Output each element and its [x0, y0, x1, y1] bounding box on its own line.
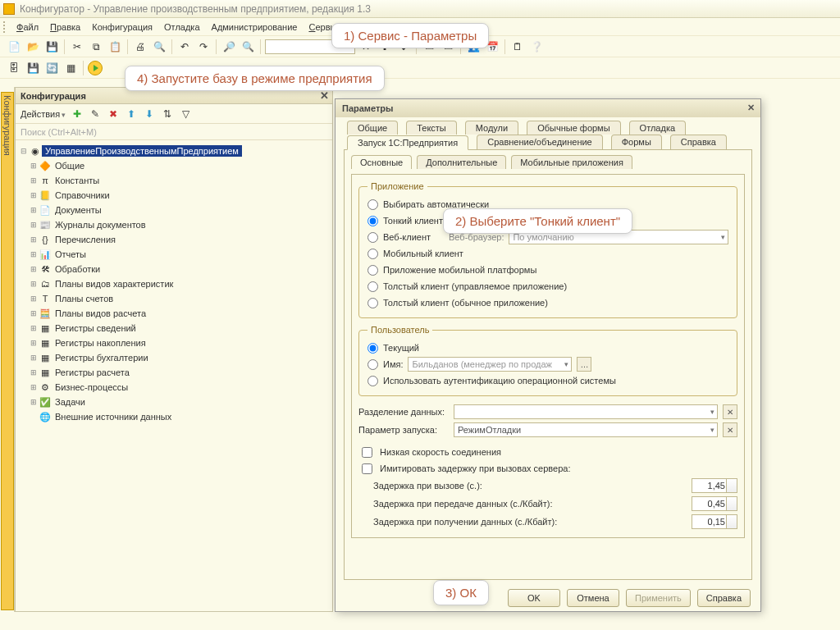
- delay-recv-input[interactable]: 0,15: [692, 514, 737, 529]
- tree-item[interactable]: 🌐Внешние источники данных: [17, 409, 331, 424]
- expand-icon[interactable]: ⊞: [29, 162, 39, 170]
- expand-icon[interactable]: ⊞: [29, 221, 39, 229]
- username-select[interactable]: Бильданов (менеджер по продаж: [408, 357, 572, 372]
- tree-item[interactable]: ⊞📄Документы: [17, 203, 331, 217]
- expand-icon[interactable]: ⊞: [29, 354, 39, 362]
- tree-item[interactable]: ⊞⚙Бизнес-процессы: [17, 380, 331, 395]
- dialog-close-icon[interactable]: ✕: [744, 101, 757, 114]
- menu-debug[interactable]: Отладка: [159, 21, 204, 34]
- expand-icon[interactable]: ⊞: [29, 191, 39, 199]
- tree-item[interactable]: ⊞🔶Общие: [17, 158, 331, 173]
- menu-file[interactable]: Файл: [11, 21, 43, 34]
- expand-icon[interactable]: ⊞: [29, 398, 39, 406]
- radio-thin[interactable]: [368, 216, 378, 226]
- copy-icon[interactable]: ⧉: [88, 39, 104, 55]
- expand-icon[interactable]: ⊞: [29, 176, 39, 185]
- start-param-clear-icon[interactable]: ✕: [723, 422, 737, 437]
- tree-item[interactable]: ⊞📒Справочники: [17, 188, 331, 203]
- calc-icon[interactable]: 🗒: [509, 39, 526, 55]
- sort-icon[interactable]: ⇅: [159, 106, 176, 122]
- expand-icon[interactable]: ⊞: [29, 206, 39, 214]
- cancel-button[interactable]: Отмена: [567, 589, 619, 607]
- radio-username[interactable]: [368, 359, 378, 370]
- tree-item[interactable]: ⊞{}Перечисления: [17, 232, 331, 247]
- expand-icon[interactable]: ⊞: [29, 265, 39, 273]
- db-compare-icon[interactable]: ▦: [62, 60, 79, 76]
- expand-icon[interactable]: ⊞: [29, 324, 39, 332]
- tab-compare[interactable]: Сравнение/объединение: [477, 135, 603, 149]
- expand-icon[interactable]: ⊟: [19, 147, 29, 155]
- delay-call-input[interactable]: 1,45: [692, 478, 737, 493]
- tab-debug[interactable]: Отладка: [629, 121, 686, 135]
- radio-current-user[interactable]: [368, 343, 378, 354]
- up-icon[interactable]: ⬆: [123, 106, 139, 122]
- chk-slow-connection[interactable]: [362, 447, 372, 458]
- radio-mobile[interactable]: [368, 249, 378, 259]
- menu-config[interactable]: Конфигурация: [87, 21, 158, 34]
- start-param-input[interactable]: РежимОтладки: [454, 422, 718, 437]
- tab-forms[interactable]: Формы: [611, 135, 662, 149]
- tree-item[interactable]: ⊞▦Регистры бухгалтерии: [17, 350, 331, 365]
- tree-item[interactable]: ⊞🛠Обработки: [17, 262, 331, 276]
- tree-item[interactable]: ⊞📊Отчеты: [17, 247, 331, 262]
- actions-dropdown[interactable]: Действия: [19, 109, 67, 119]
- tree-item[interactable]: ⊞▦Регистры накопления: [17, 336, 331, 350]
- config-tree[interactable]: ⊟ ◉ УправлениеПроизводственнымПредприяти…: [16, 140, 332, 611]
- data-separation-clear-icon[interactable]: ✕: [723, 404, 737, 419]
- print-icon[interactable]: 🖨: [132, 39, 148, 55]
- expand-icon[interactable]: ⊞: [29, 294, 39, 303]
- menu-edit[interactable]: Правка: [45, 21, 85, 34]
- tree-item[interactable]: ⊞🧮Планы видов расчета: [17, 306, 331, 321]
- tab-general[interactable]: Общие: [347, 121, 398, 135]
- tree-item[interactable]: ⊞πКонстанты: [17, 173, 331, 188]
- undo-icon[interactable]: ↶: [176, 39, 193, 55]
- run-enterprise-button[interactable]: [88, 61, 103, 75]
- help-button[interactable]: Справка: [697, 589, 751, 607]
- radio-auto[interactable]: [368, 199, 378, 210]
- cut-icon[interactable]: ✂: [69, 39, 85, 55]
- expand-icon[interactable]: ⊞: [29, 309, 39, 317]
- delay-send-input[interactable]: 0,45: [692, 496, 737, 511]
- subtab-mobile[interactable]: Мобильные приложения: [511, 155, 632, 169]
- tree-search[interactable]: Поиск (Ctrl+Alt+M): [16, 124, 332, 140]
- expand-icon[interactable]: ⊞: [29, 368, 39, 377]
- username-pick-button[interactable]: …: [577, 357, 591, 372]
- wand-icon[interactable]: ✎: [87, 106, 103, 122]
- new-icon[interactable]: 📄: [6, 39, 22, 55]
- side-tab-config[interactable]: Конфигурация: [1, 92, 14, 610]
- expand-icon[interactable]: ⊞: [29, 339, 39, 347]
- expand-icon[interactable]: ⊞: [29, 280, 39, 288]
- del-icon[interactable]: ✖: [105, 106, 121, 122]
- tab-texts[interactable]: Тексты: [406, 121, 457, 135]
- expand-icon[interactable]: ⊞: [29, 250, 39, 258]
- down-icon[interactable]: ⬇: [141, 106, 158, 122]
- ok-button[interactable]: OK: [508, 589, 560, 607]
- menu-admin[interactable]: Администрирование: [207, 21, 303, 34]
- tree-item[interactable]: ⊞✅Задачи: [17, 395, 331, 409]
- preview-icon[interactable]: 🔍: [151, 39, 167, 55]
- findnext-icon[interactable]: 🔍: [240, 39, 256, 55]
- tab-modules[interactable]: Модули: [465, 121, 518, 135]
- tab-helppage[interactable]: Справка: [670, 135, 727, 149]
- tree-item[interactable]: ⊞📰Журналы документов: [17, 217, 331, 232]
- filter-icon[interactable]: ▽: [177, 106, 194, 122]
- open-icon[interactable]: 📂: [25, 39, 41, 55]
- find-icon[interactable]: 🔎: [221, 39, 237, 55]
- tab-run1c-active[interactable]: Запуск 1С:Предприятия: [347, 135, 468, 150]
- radio-osauth[interactable]: [368, 376, 378, 386]
- tree-item[interactable]: ⊞ТПланы счетов: [17, 291, 331, 306]
- subtab-extra[interactable]: Дополнительные: [417, 155, 506, 169]
- expand-icon[interactable]: [29, 413, 39, 421]
- expand-icon[interactable]: ⊞: [29, 235, 39, 244]
- radio-thick-managed[interactable]: [368, 281, 378, 292]
- tree-item[interactable]: ⊞▦Регистры расчета: [17, 365, 331, 380]
- paste-icon[interactable]: 📋: [107, 39, 123, 55]
- redo-icon[interactable]: ↷: [195, 39, 212, 55]
- db-update-icon[interactable]: 🔄: [43, 60, 60, 76]
- db-save-icon[interactable]: 💾: [25, 60, 41, 76]
- tree-item[interactable]: ⊞🗂Планы видов характеристик: [17, 276, 331, 291]
- chk-simulate-delay[interactable]: [362, 463, 372, 474]
- data-separation-select[interactable]: [454, 404, 718, 419]
- save-icon[interactable]: 💾: [43, 39, 60, 55]
- add-icon[interactable]: ✚: [69, 106, 85, 122]
